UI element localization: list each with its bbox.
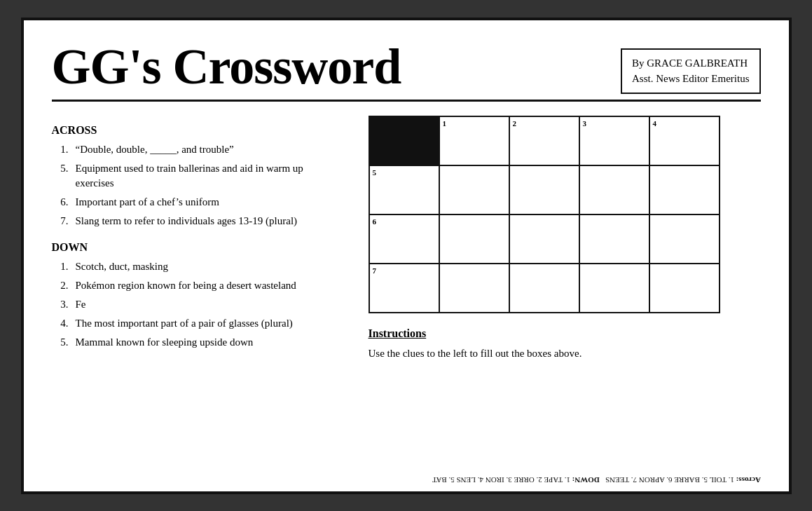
across-clues: 1.“Double, double, _____, and trouble”5.… xyxy=(52,142,340,229)
list-item: 5.Mammal known for sleeping upside down xyxy=(52,335,340,350)
list-item: 2.Pokémon region known for being a deser… xyxy=(52,278,340,293)
clue-text: “Double, double, _____, and trouble” xyxy=(76,142,340,157)
byline-box: By GRACE GALBREATH Asst. News Editor Eme… xyxy=(621,48,760,94)
list-item: 7.Slang term to refer to individuals age… xyxy=(52,214,340,229)
down-label: DOWN xyxy=(52,241,340,254)
content-area: ACROSS 1.“Double, double, _____, and tro… xyxy=(52,116,761,362)
grid-cell[interactable]: 7 xyxy=(369,264,439,313)
list-item: 1.Scotch, duct, masking xyxy=(52,259,340,274)
crossword-grid: 1234567 xyxy=(369,116,720,313)
clue-number: 5. xyxy=(52,335,69,350)
cell-number: 4 xyxy=(653,119,657,128)
answer-key-bold: Across: xyxy=(736,476,760,484)
clue-text: Pokémon region known for being a desert … xyxy=(76,278,340,293)
grid-cell[interactable]: 6 xyxy=(369,214,439,264)
cell-number: 3 xyxy=(583,119,587,128)
clue-text: Fe xyxy=(76,297,340,312)
grid-cell[interactable] xyxy=(649,165,720,214)
grid-cell[interactable] xyxy=(439,214,509,264)
cell-number: 2 xyxy=(513,119,517,128)
cell-number: 6 xyxy=(373,217,377,226)
list-item: 1.“Double, double, _____, and trouble” xyxy=(52,142,340,157)
clues-panel: ACROSS 1.“Double, double, _____, and tro… xyxy=(52,116,340,362)
header: GG's Crossword By GRACE GALBREATH Asst. … xyxy=(52,41,761,102)
answer-key-text: 1. TOIL 5. BARRE 6. APRON 7. TEENS DOWN:… xyxy=(432,476,734,484)
grid-cell[interactable] xyxy=(439,165,509,214)
list-item: 6.Important part of a chef’s uniform xyxy=(52,195,340,210)
right-panel: 1234567 Instructions Use the clues to th… xyxy=(369,116,761,362)
grid-cell[interactable] xyxy=(509,264,579,313)
grid-cell[interactable]: 1 xyxy=(439,116,509,165)
clue-text: Slang term to refer to individuals ages … xyxy=(76,214,340,229)
clue-text: The most important part of a pair of gla… xyxy=(76,316,340,331)
answer-key: Across: 1. TOIL 5. BARRE 6. APRON 7. TEE… xyxy=(432,476,761,484)
clue-number: 1. xyxy=(52,142,69,157)
clue-number: 5. xyxy=(52,161,69,191)
list-item: 4.The most important part of a pair of g… xyxy=(52,316,340,331)
byline-line1: By GRACE GALBREATH xyxy=(632,55,749,71)
across-label: ACROSS xyxy=(52,124,340,137)
clue-text: Important part of a chef’s uniform xyxy=(76,195,340,210)
grid-cell[interactable] xyxy=(509,214,579,264)
clue-number: 7. xyxy=(52,214,69,229)
page: GG's Crossword By GRACE GALBREATH Asst. … xyxy=(21,18,792,494)
page-title: GG's Crossword xyxy=(52,41,401,92)
grid-cell[interactable]: 2 xyxy=(509,116,579,165)
clue-text: Mammal known for sleeping upside down xyxy=(76,335,340,350)
grid-cell[interactable]: 4 xyxy=(649,116,720,165)
grid-cell[interactable]: 5 xyxy=(369,165,439,214)
cell-number: 7 xyxy=(373,266,377,275)
clue-number: 3. xyxy=(52,297,69,312)
grid-cell[interactable] xyxy=(649,214,720,264)
clue-number: 4. xyxy=(52,316,69,331)
clue-text: Equipment used to train ballerinas and a… xyxy=(76,161,340,191)
clue-text: Scotch, duct, masking xyxy=(76,259,340,274)
instructions-title: Instructions xyxy=(369,327,761,340)
down-clues: 1.Scotch, duct, masking2.Pokémon region … xyxy=(52,259,340,350)
grid-cell[interactable] xyxy=(369,116,439,165)
grid-cell[interactable] xyxy=(579,165,649,214)
list-item: 3.Fe xyxy=(52,297,340,312)
grid-cell[interactable] xyxy=(649,264,720,313)
clue-number: 2. xyxy=(52,278,69,293)
list-item: 5.Equipment used to train ballerinas and… xyxy=(52,161,340,191)
byline-line2: Asst. News Editor Emeritus xyxy=(632,71,749,87)
instructions-text: Use the clues to the left to fill out th… xyxy=(369,346,761,362)
cell-number: 5 xyxy=(373,168,377,177)
clue-number: 1. xyxy=(52,259,69,274)
grid-cell[interactable] xyxy=(439,264,509,313)
cell-number: 1 xyxy=(443,119,447,128)
grid-cell[interactable] xyxy=(509,165,579,214)
clue-number: 6. xyxy=(52,195,69,210)
grid-cell[interactable] xyxy=(579,214,649,264)
grid-cell[interactable]: 3 xyxy=(579,116,649,165)
grid-cell[interactable] xyxy=(579,264,649,313)
